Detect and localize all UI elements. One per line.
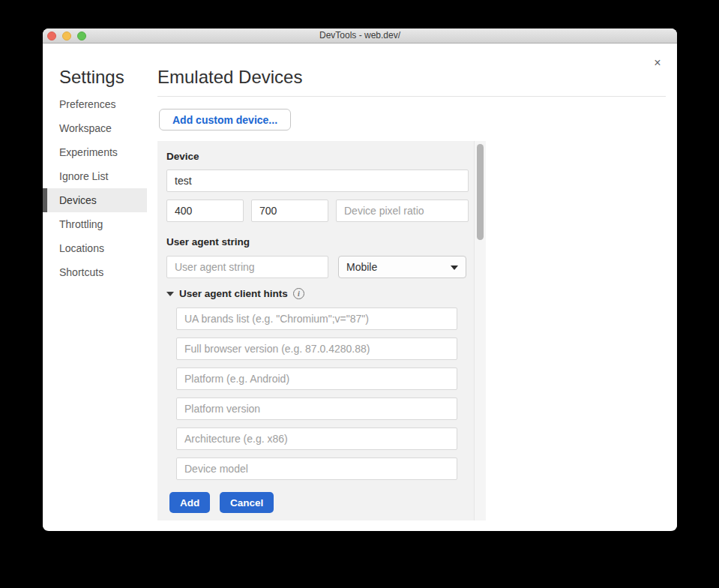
titlebar[interactable]: DevTools - web.dev/ xyxy=(43,28,677,44)
dropdown-arrow-icon xyxy=(451,266,458,270)
client-hints-label: User agent client hints xyxy=(179,288,288,299)
form-scrollbar[interactable] xyxy=(474,141,486,520)
device-height-input[interactable] xyxy=(251,200,328,222)
device-name-input[interactable] xyxy=(166,170,469,192)
title-divider xyxy=(157,96,666,97)
info-icon[interactable]: i xyxy=(293,288,304,299)
full-browser-version-input[interactable] xyxy=(176,338,457,360)
traffic-light-zoom-icon[interactable] xyxy=(77,32,86,40)
device-width-input[interactable] xyxy=(166,200,244,222)
scrollbar-thumb[interactable] xyxy=(477,144,484,240)
platform-input[interactable] xyxy=(176,368,457,390)
sidebar-item-devices[interactable]: Devices xyxy=(43,188,147,212)
add-custom-device-button[interactable]: Add custom device... xyxy=(159,109,291,130)
sidebar-item-throttling[interactable]: Throttling xyxy=(43,212,147,236)
user-agent-input[interactable] xyxy=(166,256,328,278)
ua-type-selected-value: Mobile xyxy=(346,261,377,273)
sidebar-item-experiments[interactable]: Experiments xyxy=(43,140,147,164)
traffic-light-close-icon[interactable] xyxy=(47,32,56,40)
platform-version-input[interactable] xyxy=(176,398,457,420)
sidebar-item-locations[interactable]: Locations xyxy=(43,236,147,260)
device-section-label: Device xyxy=(166,151,199,162)
settings-dialog: Settings Preferences Workspace Experimen… xyxy=(43,44,677,530)
device-pixel-ratio-input[interactable] xyxy=(336,200,469,222)
window-title: DevTools - web.dev/ xyxy=(43,28,677,43)
disclosure-triangle-icon xyxy=(166,292,174,296)
sidebar-item-ignore-list[interactable]: Ignore List xyxy=(43,164,147,188)
architecture-input[interactable] xyxy=(176,428,457,450)
settings-sidebar: Preferences Workspace Experiments Ignore… xyxy=(43,92,147,284)
page-title: Emulated Devices xyxy=(157,66,302,88)
cancel-button[interactable]: Cancel xyxy=(220,492,274,513)
traffic-light-minimize-icon[interactable] xyxy=(62,32,71,40)
sidebar-item-shortcuts[interactable]: Shortcuts xyxy=(43,260,147,284)
add-button[interactable]: Add xyxy=(169,492,210,513)
custom-device-form: Device User agent string Mobile User age… xyxy=(157,141,486,520)
settings-heading: Settings xyxy=(59,66,124,88)
devtools-window: DevTools - web.dev/ Settings Preferences… xyxy=(43,28,677,531)
ua-type-select[interactable]: Mobile xyxy=(338,256,466,278)
client-hints-toggle[interactable]: User agent client hints i xyxy=(166,288,304,299)
sidebar-item-workspace[interactable]: Workspace xyxy=(43,116,147,140)
device-model-input[interactable] xyxy=(176,458,457,480)
ua-brands-input[interactable] xyxy=(176,308,457,330)
ua-section-label: User agent string xyxy=(166,236,250,248)
close-icon[interactable]: × xyxy=(650,56,665,70)
sidebar-item-preferences[interactable]: Preferences xyxy=(43,92,147,116)
